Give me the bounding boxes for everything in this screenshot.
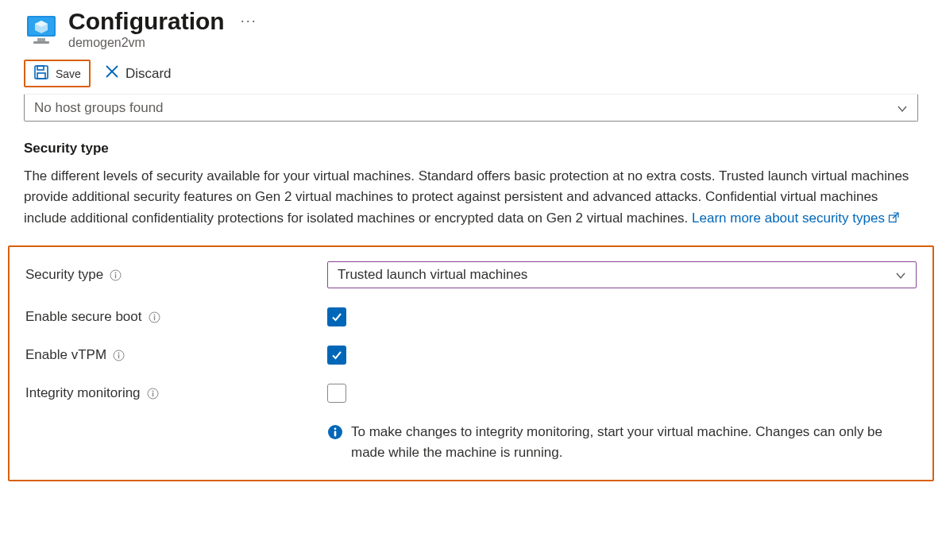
- page-header: Configuration ··· demogen2vm: [0, 0, 942, 50]
- save-button-label: Save: [56, 68, 81, 80]
- host-group-select[interactable]: No host groups found: [24, 95, 918, 122]
- page-title: Configuration: [68, 8, 225, 34]
- svg-rect-5: [33, 41, 49, 44]
- svg-point-20: [118, 352, 120, 353]
- security-type-row: Security type Trusted launch virtual mac…: [25, 261, 917, 288]
- svg-rect-8: [37, 73, 45, 79]
- svg-point-26: [334, 427, 337, 430]
- integrity-monitoring-label: Integrity monitoring: [25, 385, 327, 401]
- secure-boot-checkbox[interactable]: [327, 307, 346, 326]
- info-icon[interactable]: [147, 388, 159, 400]
- learn-more-link[interactable]: Learn more about security types: [692, 210, 899, 226]
- svg-point-14: [115, 272, 117, 273]
- security-type-heading: Security type: [24, 141, 918, 156]
- security-type-section: Security type The different levels of se…: [0, 122, 942, 230]
- save-icon: [33, 64, 49, 83]
- svg-rect-21: [118, 354, 119, 358]
- vm-resource-icon: [24, 13, 59, 48]
- svg-rect-18: [153, 316, 154, 320]
- svg-rect-24: [152, 392, 152, 396]
- secure-boot-row: Enable secure boot: [25, 307, 917, 326]
- resource-subtitle: demogen2vm: [68, 36, 257, 50]
- svg-point-17: [153, 314, 155, 315]
- external-link-icon: [888, 209, 899, 230]
- security-type-select[interactable]: Trusted launch virtual machines: [327, 261, 917, 288]
- integrity-info-text: To make changes to integrity monitoring,…: [351, 422, 891, 462]
- vtpm-label: Enable vTPM: [25, 347, 327, 363]
- command-bar: Save Discard: [0, 53, 942, 94]
- secure-boot-label: Enable secure boot: [25, 309, 327, 325]
- host-group-placeholder: No host groups found: [34, 100, 164, 116]
- vtpm-checkbox[interactable]: [327, 346, 346, 365]
- security-type-label: Security type: [25, 267, 327, 283]
- close-icon: [105, 64, 119, 83]
- more-actions-icon[interactable]: ···: [241, 13, 257, 29]
- svg-point-23: [152, 390, 153, 392]
- integrity-monitoring-checkbox[interactable]: [327, 384, 346, 403]
- info-icon[interactable]: [149, 311, 160, 323]
- integrity-monitoring-row: Integrity monitoring: [25, 384, 917, 403]
- svg-rect-27: [334, 431, 337, 436]
- info-icon[interactable]: [110, 269, 122, 281]
- security-type-value: Trusted launch virtual machines: [338, 267, 527, 283]
- chevron-down-icon: [897, 102, 908, 114]
- vtpm-row: Enable vTPM: [25, 346, 917, 365]
- security-type-description: The different levels of security availab…: [24, 166, 913, 230]
- save-button[interactable]: Save: [24, 60, 91, 87]
- svg-rect-7: [37, 66, 44, 70]
- svg-rect-15: [115, 274, 116, 278]
- security-settings-panel: Security type Trusted launch virtual mac…: [8, 245, 934, 481]
- chevron-down-icon: [895, 269, 906, 280]
- info-badge-icon: [327, 424, 343, 440]
- svg-rect-4: [37, 38, 45, 41]
- discard-button-label: Discard: [125, 66, 172, 82]
- info-icon[interactable]: [113, 350, 125, 361]
- integrity-info-row: To make changes to integrity monitoring,…: [327, 422, 917, 462]
- discard-button[interactable]: Discard: [97, 61, 180, 86]
